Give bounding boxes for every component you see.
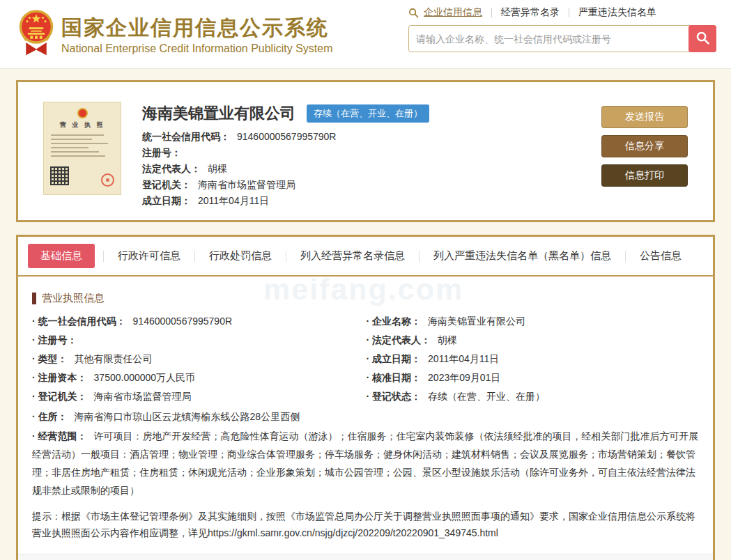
- summary-row-establish-date: 成立日期：2011年04月11日: [142, 195, 601, 206]
- detail-card: 基础信息 行政许可信息 行政处罚信息 列入经营异常名录信息 列入严重违法失信名单…: [16, 235, 715, 560]
- field-address: · 住所：海南省海口市琼山区云龙镇海榆东线公路28公里西侧: [32, 407, 700, 426]
- field-company-name: · 企业名称：海南美锦置业有限公司: [367, 312, 701, 331]
- send-report-button[interactable]: 发送报告: [601, 106, 688, 128]
- section-bar-icon: [32, 293, 36, 304]
- divider: [569, 8, 569, 17]
- license-qr-code: [50, 166, 69, 185]
- tab-blacklist[interactable]: 列入严重违法失信名单（黑名单）信息: [428, 244, 617, 267]
- detail-tabbar: 基础信息 行政许可信息 行政处罚信息 列入经营异常名录信息 列入严重违法失信名单…: [18, 237, 713, 277]
- field-registration-status: · 登记状态：存续（在营、开业、在册）: [367, 387, 701, 406]
- divider: [491, 8, 492, 17]
- tab-admin-penalty[interactable]: 行政处罚信息: [203, 244, 277, 267]
- divider: [625, 251, 626, 262]
- summary-row-legal-rep: 法定代表人：胡棵: [142, 163, 601, 174]
- license-thumb-textlines: [48, 134, 116, 157]
- divider: [419, 251, 420, 262]
- field-legal-rep: · 法定代表人：胡棵: [367, 331, 701, 350]
- search-input[interactable]: [408, 25, 716, 52]
- field-establish-date: · 成立日期：2011年04月11日: [367, 350, 701, 368]
- search-icon: [695, 31, 710, 47]
- field-credit-code: · 统一社会信用代码：91460000567995790R: [32, 312, 367, 331]
- summary-row-credit-code: 统一社会信用代码：91460000567995790R: [142, 131, 601, 142]
- summary-row-registry-authority: 登记机关：海南省市场监督管理局: [142, 179, 601, 190]
- tab-abnormal-list[interactable]: 列入经营异常名录信息: [295, 244, 410, 267]
- page-subtitle: National Enterprise Credit Information P…: [61, 42, 333, 55]
- summary-row-registration-no: 注册号：: [142, 147, 601, 158]
- share-info-button[interactable]: 信息分享: [601, 135, 688, 157]
- login-hint[interactable]: 请登录后查看更多信息: [18, 554, 713, 560]
- field-registered-capital: · 注册资本：37500.000000万人民币: [32, 368, 367, 387]
- notice-paragraph: 提示：根据《市场主体登记管理条例》及其实施细则，按照《市场监管总局办公厅关于调整…: [32, 508, 700, 541]
- divider: [194, 251, 195, 262]
- tab-basic-info[interactable]: 基础信息: [28, 244, 95, 268]
- company-name: 海南美锦置业有限公司: [142, 103, 295, 124]
- field-company-type: · 类型：其他有限责任公司: [32, 350, 367, 368]
- national-emblem-icon: [18, 6, 54, 63]
- field-registry-authority: · 登记机关：海南省市场监督管理局: [32, 387, 367, 406]
- divider: [103, 251, 104, 262]
- company-summary-card: 营 业 执 照 海南美锦置业有限公司 存续（在营、开业、在册） 统一社会信用代码…: [16, 80, 715, 222]
- field-business-scope: · 经营范围：许可项目：房地产开发经营；高危险性体育运动（游泳）；住宿服务；住宅…: [32, 427, 700, 499]
- site-header: 国家企业信用信息公示系统 National Enterprise Credit …: [0, 0, 731, 69]
- business-license-thumbnail[interactable]: 营 业 执 照: [43, 102, 121, 195]
- tab-announcements[interactable]: 公告信息: [634, 244, 687, 267]
- divider: [286, 251, 286, 262]
- search-tab-serious-violations[interactable]: 严重违法失信名单: [578, 6, 656, 19]
- license-right-column: · 企业名称：海南美锦置业有限公司 · 法定代表人：胡棵 · 成立日期：2011…: [367, 312, 701, 406]
- field-registration-no: · 注册号：: [32, 331, 367, 350]
- print-info-button[interactable]: 信息打印: [601, 164, 688, 187]
- license-emblem-icon: [77, 108, 88, 118]
- license-red-seal-icon: [101, 173, 114, 187]
- license-left-column: · 统一社会信用代码：91460000567995790R · 注册号： · 类…: [32, 312, 367, 406]
- section-heading: 营业执照信息: [32, 292, 700, 305]
- search-tab-enterprise-credit[interactable]: 企业信用信息: [424, 6, 482, 19]
- search-button[interactable]: [688, 25, 716, 52]
- search-block: 企业信用信息 经营异常名录 严重违法失信名单: [408, 6, 716, 52]
- tab-admin-license[interactable]: 行政许可信息: [112, 244, 186, 267]
- status-badge: 存续（在营、开业、在册）: [307, 104, 429, 123]
- page-title: 国家企业信用信息公示系统: [61, 15, 333, 40]
- field-approval-date: · 核准日期：2023年09月01日: [367, 368, 701, 387]
- license-thumb-title: 营 业 执 照: [48, 120, 116, 130]
- search-icon: [408, 8, 419, 18]
- search-tab-abnormal-operations[interactable]: 经营异常名录: [501, 6, 560, 19]
